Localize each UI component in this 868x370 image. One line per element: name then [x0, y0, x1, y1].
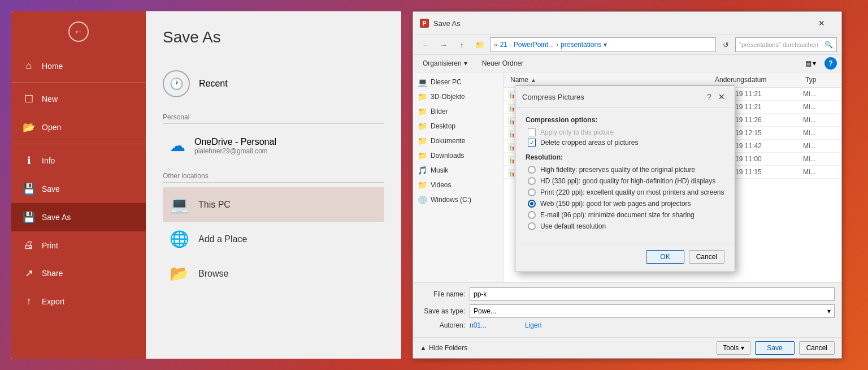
folder-downloads[interactable]: 📁 Downloads	[413, 148, 503, 163]
app-icon-letter: P	[423, 20, 427, 27]
breadcrumb-dropdown-icon[interactable]: ▾	[604, 41, 607, 49]
sidebar-divider-2	[11, 144, 146, 144]
radio-default-button[interactable]	[528, 222, 536, 230]
sidebar-item-open[interactable]: 📂 Open	[11, 113, 146, 141]
sidebar-item-new[interactable]: ☐ New	[11, 85, 146, 113]
folder-3d-objekte[interactable]: 📁 3D-Objekte	[413, 89, 503, 104]
radio-default-label: Use default resolution	[540, 222, 606, 230]
tools-button[interactable]: Tools ▾	[717, 341, 750, 355]
col-type-header[interactable]: Typ	[803, 75, 837, 85]
filename-input[interactable]	[470, 287, 835, 301]
folder-bilder[interactable]: 📁 Bilder	[413, 104, 503, 119]
folder-windows-c[interactable]: 💿 Windows (C:)	[413, 192, 503, 207]
sidebar-item-home[interactable]: ⌂ Home	[11, 52, 146, 80]
add-place-item[interactable]: 🌐 Add a Place	[163, 222, 384, 256]
view-button[interactable]: ▤ ▾	[801, 57, 820, 70]
sidebar-item-share[interactable]: ↗ Share	[11, 259, 146, 287]
sidebar-item-print[interactable]: 🖨 Print	[11, 231, 146, 259]
cancel-button[interactable]: Cancel	[799, 341, 835, 355]
sidebar-item-save-as-label: Save As	[42, 213, 71, 222]
hide-folders-label: Hide Folders	[429, 344, 467, 352]
organize-dropdown-icon: ▾	[464, 59, 467, 67]
info-icon: ℹ	[23, 154, 35, 167]
filetype-row: Save as type: Powe... ▾	[420, 304, 835, 318]
checkbox-check-icon: ✓	[530, 139, 535, 147]
radio-print-220[interactable]: Print (220 ppi): excellent quality on mo…	[526, 188, 724, 196]
organize-button[interactable]: Organisieren ▾	[418, 57, 472, 70]
compress-cancel-button[interactable]: Cancel	[689, 250, 724, 264]
tools-label: Tools	[723, 344, 739, 352]
folder-dieser-pc[interactable]: 💻 Dieser PC	[413, 75, 503, 89]
sidebar-item-export[interactable]: ↑ Export	[11, 287, 146, 315]
recent-clock-icon: 🕐	[163, 70, 190, 97]
file-type-2: Mi...	[803, 116, 837, 124]
compress-ok-button[interactable]: OK	[646, 250, 684, 264]
apply-only-row: Apply only to this picture	[526, 128, 724, 136]
folder-desktop[interactable]: 📁 Desktop	[413, 119, 503, 134]
breadcrumb-current[interactable]: presentations	[561, 41, 601, 49]
browse-icon: 📂	[170, 264, 189, 283]
file-type-6: Mi...	[803, 168, 837, 176]
help-button[interactable]: ?	[824, 57, 837, 70]
sidebar-item-save[interactable]: 💾 Save	[11, 175, 146, 203]
share-icon: ↗	[23, 267, 35, 279]
browse-item[interactable]: 📂 Browse	[163, 256, 384, 291]
back-button[interactable]: ←	[11, 11, 146, 52]
nav-back-button[interactable]: ←	[418, 37, 433, 52]
tags-link[interactable]: Ligen	[525, 321, 541, 329]
radio-high-fidelity-button[interactable]	[528, 166, 536, 174]
nav-forward-button[interactable]: →	[436, 37, 452, 52]
save-button[interactable]: Save	[755, 341, 794, 355]
filetype-value: Powe...	[474, 307, 496, 315]
desktop-label: Desktop	[431, 122, 455, 130]
back-icon: ←	[68, 21, 89, 42]
radio-email-96[interactable]: E-mail (96 ppi): minimize document size …	[526, 211, 724, 219]
filetype-select[interactable]: Powe... ▾	[470, 304, 835, 318]
sidebar-item-save-as[interactable]: 💾 Save As	[11, 203, 146, 231]
col-date-header[interactable]: Änderungsdatum	[713, 75, 803, 85]
new-folder-button[interactable]: Neuer Ordner	[477, 57, 528, 70]
apply-only-label: Apply only to this picture	[540, 128, 614, 136]
radio-hd-330[interactable]: HD (330 ppi): good quality for high-defi…	[526, 177, 724, 185]
dialog-close-button[interactable]: ✕	[809, 16, 835, 30]
radio-hd-330-button[interactable]	[528, 177, 536, 185]
onedrive-personal-item[interactable]: ☁ OneDrive - Personal pialehner29@gmail.…	[163, 128, 384, 163]
authors-value[interactable]: n01...	[470, 321, 487, 329]
radio-print-220-button[interactable]	[528, 188, 536, 196]
dialog-footer: File name: Save as type: Powe... ▾ Autor…	[413, 282, 841, 337]
videos-icon: 📁	[418, 180, 427, 190]
this-pc-item[interactable]: 💻 This PC	[163, 187, 384, 222]
delete-cropped-checkbox[interactable]: ✓	[528, 139, 536, 147]
backstage-content: Save As 🕐 Recent Personal ☁ OneDrive - P…	[146, 11, 401, 359]
3d-objekte-icon: 📁	[418, 92, 427, 101]
radio-web-150[interactable]: Web (150 ppi): good for web pages and pr…	[526, 200, 724, 208]
radio-hd-330-label: HD (330 ppi): good quality for high-defi…	[540, 177, 715, 185]
apply-only-checkbox[interactable]	[528, 128, 536, 136]
dokumente-label: Dokumente	[431, 137, 465, 145]
radio-dot	[530, 202, 533, 205]
nav-up-button[interactable]: ↑	[454, 37, 470, 52]
compress-close-button[interactable]: ✕	[715, 91, 728, 103]
onedrive-email: pialehner29@gmail.com	[194, 147, 276, 155]
videos-label: Videos	[431, 181, 451, 189]
folder-dokumente[interactable]: 📁 Dokumente	[413, 134, 503, 148]
tools-dropdown-icon: ▾	[741, 344, 744, 352]
sidebar-item-info[interactable]: ℹ Info	[11, 147, 146, 175]
radio-web-150-button[interactable]	[528, 200, 536, 208]
hide-folders-button[interactable]: ▲ Hide Folders	[420, 344, 467, 352]
breadcrumb-parent[interactable]: 21 - PowerPoint...	[500, 41, 554, 49]
folder-musik[interactable]: 🎵 Musik	[413, 163, 503, 178]
new-folder-label: Neuer Ordner	[482, 59, 523, 67]
this-pc-label: This PC	[198, 200, 231, 210]
radio-email-96-button[interactable]	[528, 211, 536, 219]
radio-default[interactable]: Use default resolution	[526, 222, 724, 230]
compress-help-button[interactable]: ?	[703, 91, 715, 103]
recent-label: Recent	[199, 79, 228, 89]
compress-titlebar: Compress Pictures ? ✕	[515, 86, 735, 108]
col-name-header[interactable]: Name ▲	[508, 75, 713, 85]
radio-high-fidelity[interactable]: High fidelity: preserves quality of the …	[526, 166, 724, 174]
refresh-button[interactable]: ↺	[718, 37, 733, 52]
recent-item[interactable]: 🕐 Recent	[163, 63, 384, 104]
folder-videos[interactable]: 📁 Videos	[413, 178, 503, 192]
authors-label: Autoren:	[420, 321, 465, 329]
